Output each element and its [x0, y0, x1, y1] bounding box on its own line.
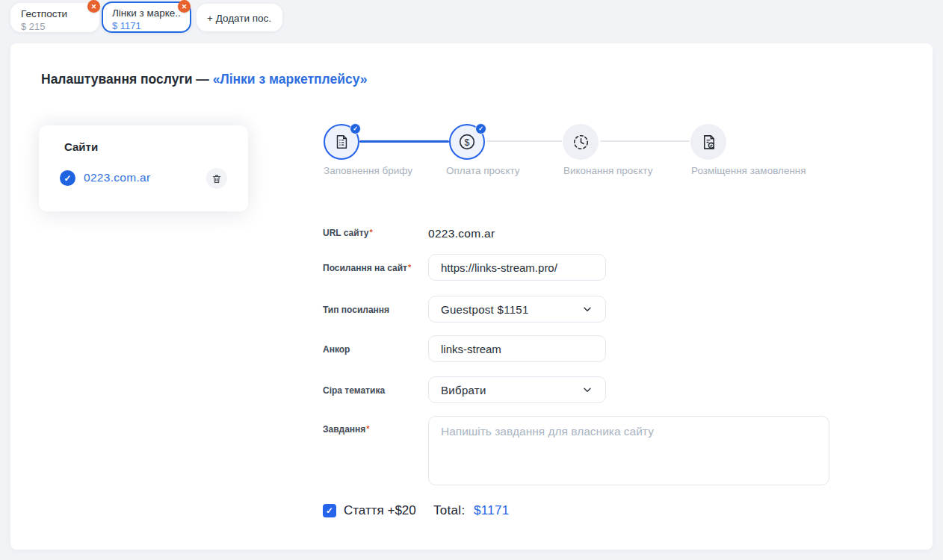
- site-url-label: URL сайту*: [323, 228, 373, 238]
- stepper-connector: [486, 140, 562, 142]
- page-title: Налаштування послуги — «Лінки з маркетпл…: [41, 72, 368, 87]
- sites-card: Сайти ✓ 0223.com.ar: [39, 125, 248, 211]
- gray-topic-select[interactable]: Вибрати: [428, 376, 606, 403]
- step-label: Заповнення брифу: [324, 165, 412, 176]
- site-domain-link[interactable]: 0223.com.ar: [84, 171, 150, 184]
- step-brief: ✓: [324, 124, 359, 160]
- chevron-down-icon: [581, 303, 593, 315]
- site-link-label: Посилання на сайт*: [323, 263, 411, 273]
- tab-price: $ 1171: [112, 20, 181, 31]
- link-type-selected-value: Guestpost $1151: [441, 303, 581, 316]
- step-label: Оплата проєкту: [446, 165, 520, 176]
- total-label: Total:: [433, 503, 465, 518]
- tab-title: Лінки з марке...: [112, 7, 181, 19]
- chevron-down-icon: [581, 384, 593, 396]
- add-service-tab-button[interactable]: + Додати пос...: [197, 4, 282, 31]
- anchor-input[interactable]: [428, 335, 606, 362]
- step-payment: $ ✓: [449, 124, 485, 160]
- close-icon[interactable]: ✕: [87, 0, 100, 13]
- page-title-service-name: «Лінки з маркетплейсу»: [213, 72, 368, 87]
- service-settings-panel: Налаштування послуги — «Лінки з маркетпл…: [10, 43, 933, 550]
- step-completed-check-icon: ✓: [350, 123, 361, 134]
- dollar-icon: $: [457, 132, 477, 152]
- step-placement: [690, 124, 726, 160]
- screen: Гестпости $ 215 ✕ Лінки з марке... $ 117…: [0, 0, 943, 560]
- trash-icon: [211, 173, 222, 184]
- tab-guestposts[interactable]: Гестпости $ 215 ✕: [10, 3, 99, 32]
- step-label: Розміщення замовлення: [691, 165, 806, 176]
- check-circle-icon: ✓: [60, 170, 75, 186]
- anchor-label: Анкор: [323, 344, 350, 355]
- task-textarea[interactable]: [428, 416, 829, 485]
- required-asterisk: *: [366, 424, 369, 433]
- site-list-item[interactable]: ✓ 0223.com.ar: [49, 167, 238, 190]
- article-checkbox[interactable]: ✓: [323, 504, 336, 517]
- stepper-connector: [600, 140, 690, 142]
- link-type-select[interactable]: Guestpost $1151: [428, 296, 606, 323]
- article-checkbox-label[interactable]: Стаття +$20: [344, 503, 416, 518]
- tab-price: $ 215: [21, 21, 89, 32]
- document-check-icon: [700, 134, 717, 151]
- link-type-label: Тип посилання: [323, 305, 389, 315]
- total-value: $1171: [474, 503, 510, 518]
- gray-topic-label: Сіра тематика: [323, 385, 385, 396]
- site-url-value: 0223.com.ar: [428, 227, 495, 240]
- gray-topic-selected-value: Вибрати: [441, 384, 581, 396]
- required-asterisk: *: [408, 263, 411, 272]
- tab-links-marketplace-active[interactable]: Лінки з марке... $ 1171 ✕: [102, 1, 191, 33]
- step-label: Виконання проєкту: [563, 165, 652, 176]
- brief-document-icon: [333, 134, 350, 150]
- step-execution: [563, 124, 599, 160]
- page-title-prefix: Налаштування послуги —: [41, 72, 213, 87]
- task-label: Завдання*: [323, 424, 370, 435]
- required-asterisk: *: [370, 228, 373, 237]
- svg-text:$: $: [465, 137, 470, 148]
- delete-site-button[interactable]: [206, 168, 227, 189]
- stepper-connector-completed: [359, 140, 449, 143]
- tab-title: Гестпости: [21, 8, 89, 19]
- clock-icon: [572, 133, 590, 152]
- tab-title: + Додати пос...: [207, 13, 272, 24]
- sites-card-title: Сайти: [64, 140, 98, 153]
- site-link-input[interactable]: [428, 254, 606, 281]
- step-completed-check-icon: ✓: [475, 123, 486, 134]
- close-icon[interactable]: ✕: [178, 0, 191, 13]
